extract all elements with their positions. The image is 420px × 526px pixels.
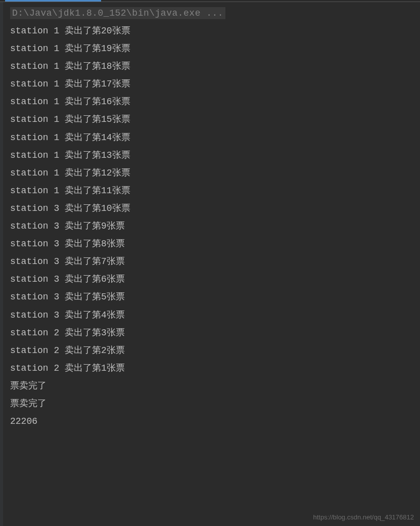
console-line: station 3 卖出了第6张票 [10, 271, 410, 288]
console-line: station 3 卖出了第4张票 [10, 306, 410, 324]
console-line: station 1 卖出了第18张票 [10, 58, 410, 75]
console-line: station 3 卖出了第5张票 [10, 288, 410, 306]
watermark: https://blog.csdn.net/qq_43176812 [313, 513, 414, 521]
console-line: station 1 卖出了第11张票 [10, 182, 410, 200]
console-line: station 2 卖出了第1张票 [10, 360, 410, 377]
console-lines-container: station 1 卖出了第20张票station 1 卖出了第19张票stat… [10, 22, 410, 430]
console-line: station 1 卖出了第13张票 [10, 147, 410, 164]
console-line: station 1 卖出了第12张票 [10, 164, 410, 182]
tab-bar [0, 0, 420, 2]
console-line: 票卖完了 [10, 377, 410, 395]
console-output[interactable]: D:\Java\jdk1.8.0_152\bin\java.exe ... st… [0, 2, 420, 435]
console-line: station 1 卖出了第20张票 [10, 22, 410, 40]
active-tab-indicator [5, 0, 101, 2]
console-line: station 2 卖出了第3张票 [10, 324, 410, 342]
console-line: station 1 卖出了第17张票 [10, 75, 410, 93]
gutter [0, 2, 3, 526]
console-line: station 3 卖出了第7张票 [10, 253, 410, 271]
console-line: station 1 卖出了第19张票 [10, 40, 410, 58]
console-line: station 3 卖出了第8张票 [10, 235, 410, 253]
console-line: station 3 卖出了第9张票 [10, 217, 410, 235]
execution-path: D:\Java\jdk1.8.0_152\bin\java.exe ... [10, 7, 225, 19]
console-line: station 2 卖出了第2张票 [10, 342, 410, 360]
console-line: 票卖完了 [10, 395, 410, 413]
console-line: station 1 卖出了第15张票 [10, 111, 410, 128]
console-line: station 1 卖出了第16张票 [10, 93, 410, 111]
console-line: station 1 卖出了第14张票 [10, 129, 410, 147]
console-line: 22206 [10, 413, 410, 430]
console-line: station 3 卖出了第10张票 [10, 200, 410, 217]
